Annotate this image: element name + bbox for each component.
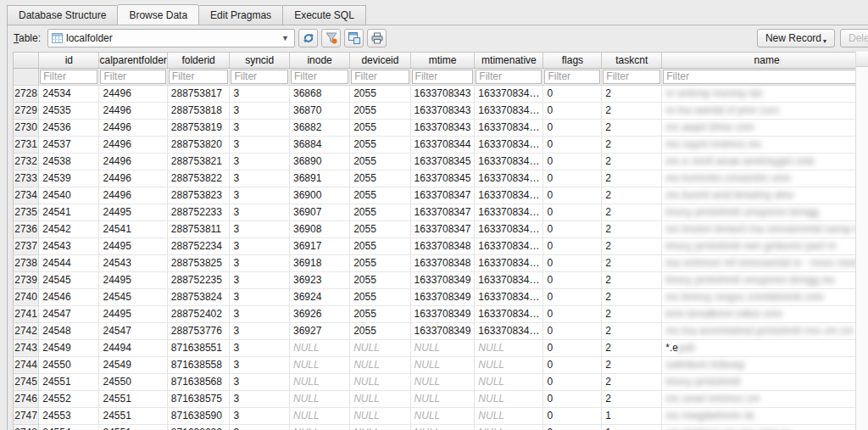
- cell-name[interactable]: tmvcy prmtxhmtt smspnmn brmgg: [662, 204, 868, 221]
- cell-mtime[interactable]: 1633708349: [410, 288, 475, 305]
- cell-syncid[interactable]: 3: [230, 85, 290, 102]
- cell-taskcnt[interactable]: 2: [602, 204, 662, 221]
- clear-filter-button[interactable]: [321, 29, 341, 47]
- cell-mtime[interactable]: 1633708349: [410, 322, 475, 339]
- cell-syncid[interactable]: 3: [230, 136, 290, 153]
- cell-id[interactable]: 24547: [39, 305, 99, 322]
- cell-inode[interactable]: 36900: [289, 187, 349, 204]
- cell-mtime[interactable]: 1633708343: [410, 119, 475, 136]
- cell-inode[interactable]: 36890: [289, 153, 349, 170]
- row-number[interactable]: 2741: [14, 305, 39, 322]
- cell-flags[interactable]: 0: [543, 288, 602, 305]
- column-header-flags[interactable]: flags: [543, 53, 602, 68]
- cell-calparentfolder[interactable]: 24551: [99, 407, 167, 424]
- cell-taskcnt[interactable]: 2: [602, 119, 662, 136]
- cell-id[interactable]: 24545: [39, 271, 99, 288]
- cell-name[interactable]: sm dmttmvs ms mw cmw m: [662, 424, 868, 430]
- row-number[interactable]: 2739: [14, 271, 39, 288]
- row-number[interactable]: 2732: [14, 153, 39, 170]
- cell-name[interactable]: kmn brmdbmvt mtkm smn: [662, 305, 868, 322]
- row-number[interactable]: 2746: [14, 390, 39, 407]
- cell-inode[interactable]: 36926: [289, 305, 349, 322]
- cell-id[interactable]: 24543: [39, 237, 99, 254]
- cell-calparentfolder[interactable]: 24496: [99, 85, 167, 102]
- cell-taskcnt[interactable]: 1: [602, 424, 662, 430]
- cell-folderid[interactable]: 288752402: [167, 305, 230, 322]
- cell-mtime[interactable]: 1633708343: [410, 85, 475, 102]
- row-number[interactable]: 2734: [14, 187, 39, 204]
- cell-folderid[interactable]: 871638590: [167, 407, 230, 424]
- cell-folderid[interactable]: 288753823: [167, 187, 230, 204]
- cell-mtimenative[interactable]: 163370834…: [475, 237, 543, 254]
- vertical-scrollbar[interactable]: [855, 52, 868, 430]
- cell-mtimenative[interactable]: 163370834…: [475, 322, 543, 339]
- cell-folderid[interactable]: 871638622: [167, 424, 230, 430]
- cell-deviceid[interactable]: 2055: [350, 204, 410, 221]
- filter-input-folderid[interactable]: [169, 70, 229, 84]
- cell-syncid[interactable]: 3: [230, 187, 290, 204]
- column-header-calparentfolder[interactable]: calparentfolder: [99, 53, 167, 68]
- cell-mtimenative[interactable]: NULL: [475, 339, 543, 356]
- cell-flags[interactable]: 0: [543, 153, 602, 170]
- cell-mtime[interactable]: 1633708345: [410, 170, 475, 187]
- cell-name[interactable]: ms bmnvy smgvs cmmkbmmk cmn: [662, 288, 868, 305]
- cell-id[interactable]: 24552: [39, 390, 99, 407]
- cell-taskcnt[interactable]: 2: [602, 271, 662, 288]
- cell-name[interactable]: tmvcy prmtxhmtt vwn gmbsmn pwrt m: [662, 237, 868, 254]
- cell-name[interactable]: ms tmckm bmwch tna smnxkmmtd cwmp mn: [662, 221, 868, 237]
- cell-inode[interactable]: NULL: [289, 339, 349, 356]
- tab-database-structure[interactable]: Database Structure: [7, 5, 117, 25]
- filter-input-calparentfolder[interactable]: [100, 70, 165, 84]
- cell-flags[interactable]: 0: [543, 187, 602, 204]
- cell-folderid[interactable]: 288752233: [167, 204, 230, 221]
- cell-mtimenative[interactable]: 163370834…: [475, 153, 543, 170]
- cell-name[interactable]: re tna wemld sf pmn curs: [662, 102, 868, 119]
- cell-deviceid[interactable]: 2055: [350, 136, 410, 153]
- cell-id[interactable]: 24535: [39, 102, 99, 119]
- cell-syncid[interactable]: 3: [230, 305, 290, 322]
- cell-taskcnt[interactable]: 2: [602, 221, 662, 237]
- cell-id[interactable]: 24536: [39, 119, 99, 136]
- cell-folderid[interactable]: 288753820: [167, 136, 230, 153]
- filter-input-flags[interactable]: [544, 70, 600, 84]
- cell-syncid[interactable]: 3: [230, 221, 290, 237]
- cell-flags[interactable]: 0: [543, 204, 602, 221]
- cell-taskcnt[interactable]: 2: [602, 254, 662, 271]
- cell-mtimenative[interactable]: 163370834…: [475, 102, 543, 119]
- cell-deviceid[interactable]: NULL: [350, 356, 410, 373]
- cell-taskcnt[interactable]: 2: [602, 237, 662, 254]
- cell-id[interactable]: 24546: [39, 288, 99, 305]
- cell-mtime[interactable]: 1633708347: [410, 187, 475, 204]
- cell-flags[interactable]: 0: [543, 254, 602, 271]
- row-number[interactable]: 2747: [14, 407, 39, 424]
- cell-deviceid[interactable]: 2055: [350, 288, 410, 305]
- row-number[interactable]: 2735: [14, 204, 39, 221]
- cell-taskcnt[interactable]: 2: [602, 339, 662, 356]
- cell-name[interactable]: *.epub: [662, 339, 868, 356]
- cell-id[interactable]: 24551: [39, 373, 99, 390]
- cell-name[interactable]: mn kvmnrtm cmvemtm smn: [662, 170, 868, 187]
- row-number[interactable]: 2748: [14, 424, 39, 430]
- cell-syncid[interactable]: 3: [230, 424, 290, 430]
- cell-syncid[interactable]: 3: [230, 102, 290, 119]
- cell-folderid[interactable]: 871638558: [167, 356, 230, 373]
- cell-flags[interactable]: 0: [543, 424, 602, 430]
- cell-taskcnt[interactable]: 2: [602, 322, 662, 339]
- column-header-mtimenative[interactable]: mtimenative: [475, 53, 543, 68]
- cell-folderid[interactable]: 871638551: [167, 339, 230, 356]
- filter-input-inode[interactable]: [291, 70, 348, 84]
- cell-mtime[interactable]: 1633708347: [410, 221, 475, 237]
- cell-calparentfolder[interactable]: 24549: [99, 356, 167, 373]
- cell-deviceid[interactable]: 2055: [350, 153, 410, 170]
- cell-name[interactable]: ms smwl mmmvs cm: [662, 390, 868, 407]
- cell-taskcnt[interactable]: 2: [602, 288, 662, 305]
- cell-inode[interactable]: 36908: [289, 221, 349, 237]
- cell-mtime[interactable]: 1633708348: [410, 237, 475, 254]
- cell-name[interactable]: ms tna wnnmtwtmd prmtxhmtt rms vm cm: [662, 322, 868, 339]
- cell-folderid[interactable]: 288753811: [167, 221, 230, 237]
- column-header-taskcnt[interactable]: taskcnt: [602, 53, 662, 68]
- cell-syncid[interactable]: 3: [230, 288, 290, 305]
- cell-mtime[interactable]: 1633708345: [410, 153, 475, 170]
- cell-deviceid[interactable]: 2055: [350, 271, 410, 288]
- cell-deviceid[interactable]: NULL: [350, 424, 410, 430]
